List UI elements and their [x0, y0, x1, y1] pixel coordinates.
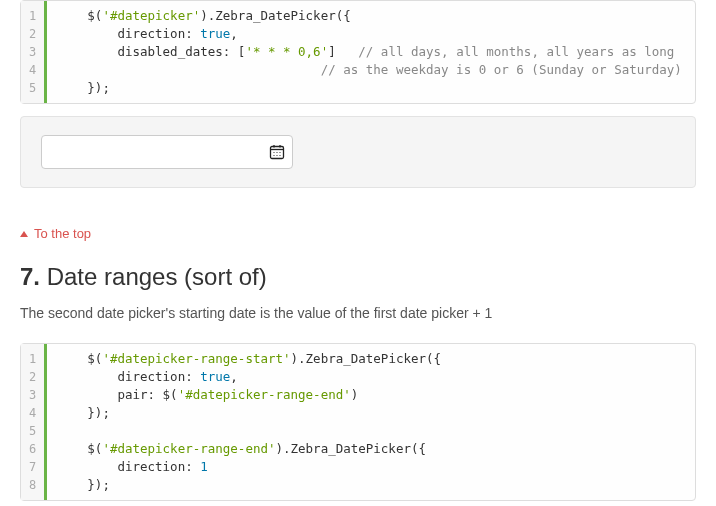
code-text: ] [328, 44, 358, 59]
to-top-link[interactable]: To the top [20, 226, 91, 241]
code-string: '* * * 0,6' [245, 44, 328, 59]
code-text: $( [57, 351, 102, 366]
code-text: , [230, 369, 238, 384]
line-number: 3 [25, 386, 40, 404]
code-bool: true [200, 26, 230, 41]
code-comment: // all days, all months, all years as lo… [358, 44, 674, 59]
code-string: '#datepicker-range-end' [178, 387, 351, 402]
section-number: 7. [20, 263, 40, 290]
code-text: }); [57, 80, 110, 95]
line-number: 5 [25, 422, 40, 440]
line-number: 4 [25, 61, 40, 79]
code-string: '#datepicker-range-start' [102, 351, 290, 366]
page-content: 1 2 3 4 5 $('#datepicker').Zebra_DatePic… [0, 0, 716, 506]
code-bool: true [200, 369, 230, 384]
line-number: 3 [25, 43, 40, 61]
code-text: $( [57, 8, 102, 23]
code-text: ).Zebra_DatePicker({ [275, 441, 426, 456]
section-heading: 7. Date ranges (sort of) [20, 263, 696, 291]
line-number: 4 [25, 404, 40, 422]
code-comment: // as the weekday is 0 or 6 (Sunday or S… [321, 62, 682, 77]
code-content: $('#datepicker-range-start').Zebra_DateP… [47, 344, 695, 500]
datepicker-input[interactable] [41, 135, 293, 169]
code-text [57, 62, 320, 77]
line-numbers: 1 2 3 4 5 6 7 8 [21, 344, 47, 500]
triangle-up-icon [20, 231, 28, 237]
code-number: 1 [200, 459, 208, 474]
datepicker-wrapper [41, 135, 293, 169]
code-text: ) [351, 387, 359, 402]
line-numbers: 1 2 3 4 5 [21, 1, 47, 103]
code-text: }); [57, 477, 110, 492]
code-string: '#datepicker-range-end' [102, 441, 275, 456]
code-text: direction: [57, 26, 200, 41]
code-text: disabled_dates: [ [57, 44, 245, 59]
line-number: 8 [25, 476, 40, 494]
demo-container [20, 116, 696, 188]
line-number: 1 [25, 350, 40, 368]
to-top-label: To the top [34, 226, 91, 241]
line-number: 5 [25, 79, 40, 97]
code-text: $( [57, 441, 102, 456]
line-number: 1 [25, 7, 40, 25]
code-string: '#datepicker' [102, 8, 200, 23]
line-number: 2 [25, 368, 40, 386]
section-description: The second date picker's starting date i… [20, 305, 696, 321]
code-text: pair: $( [57, 387, 177, 402]
code-text: , [230, 26, 238, 41]
code-text [57, 423, 65, 438]
code-text: direction: [57, 369, 200, 384]
code-text: ).Zebra_DatePicker({ [200, 8, 351, 23]
section-title: Date ranges (sort of) [40, 263, 267, 290]
line-number: 2 [25, 25, 40, 43]
line-number: 6 [25, 440, 40, 458]
code-block-2: 1 2 3 4 5 6 7 8 $('#datepicker-range-sta… [20, 343, 696, 501]
code-block-1: 1 2 3 4 5 $('#datepicker').Zebra_DatePic… [20, 0, 696, 104]
code-content: $('#datepicker').Zebra_DatePicker({ dire… [47, 1, 695, 103]
code-text: ).Zebra_DatePicker({ [291, 351, 442, 366]
code-text: direction: [57, 459, 200, 474]
code-text: }); [57, 405, 110, 420]
line-number: 7 [25, 458, 40, 476]
